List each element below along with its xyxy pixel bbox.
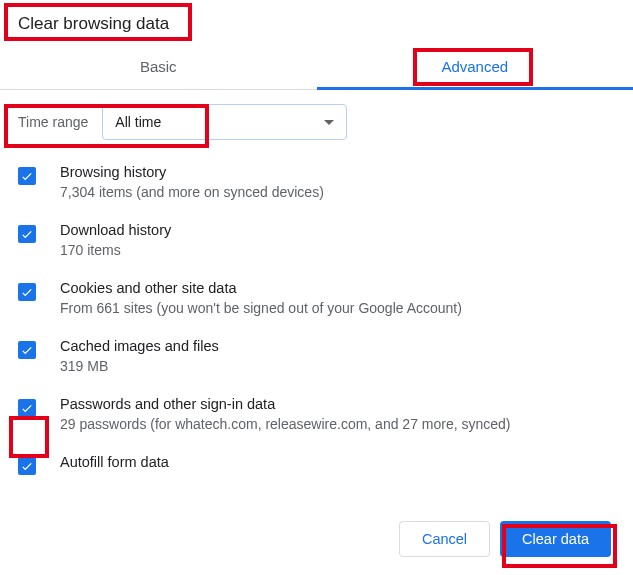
checkbox-cookies[interactable] xyxy=(18,283,36,301)
dialog-title: Clear browsing data xyxy=(0,0,633,44)
dialog-buttons: Cancel Clear data xyxy=(0,507,633,575)
option-desc: 319 MB xyxy=(60,358,615,374)
check-icon xyxy=(20,343,34,357)
clear-data-button[interactable]: Clear data xyxy=(500,521,611,557)
option-download-history: Download history 170 items xyxy=(18,222,615,258)
time-range-value: All time xyxy=(115,114,161,130)
option-title: Autofill form data xyxy=(60,454,615,470)
option-desc: 7,304 items (and more on synced devices) xyxy=(60,184,615,200)
option-cached: Cached images and files 319 MB xyxy=(18,338,615,374)
option-browsing-history: Browsing history 7,304 items (and more o… xyxy=(18,164,615,200)
time-range-label: Time range xyxy=(18,114,88,130)
option-title: Browsing history xyxy=(60,164,615,180)
chevron-down-icon xyxy=(324,120,334,125)
option-desc: From 661 sites (you won't be signed out … xyxy=(60,300,615,316)
option-title: Download history xyxy=(60,222,615,238)
option-autofill: Autofill form data xyxy=(18,454,615,475)
tab-advanced[interactable]: Advanced xyxy=(317,44,634,89)
check-icon xyxy=(20,459,34,473)
content-area: Time range All time Browsing history 7,3… xyxy=(0,90,633,495)
option-cookies: Cookies and other site data From 661 sit… xyxy=(18,280,615,316)
time-range-select[interactable]: All time xyxy=(102,104,347,140)
time-range-row: Time range All time xyxy=(18,104,615,140)
checkbox-cached[interactable] xyxy=(18,341,36,359)
check-icon xyxy=(20,169,34,183)
checkbox-browsing-history[interactable] xyxy=(18,167,36,185)
checkbox-autofill[interactable] xyxy=(18,457,36,475)
option-title: Cookies and other site data xyxy=(60,280,615,296)
option-desc: 170 items xyxy=(60,242,615,258)
option-passwords: Passwords and other sign-in data 29 pass… xyxy=(18,396,615,432)
option-title: Passwords and other sign-in data xyxy=(60,396,615,412)
cancel-button[interactable]: Cancel xyxy=(399,521,490,557)
checkbox-passwords[interactable] xyxy=(18,399,36,417)
checkbox-download-history[interactable] xyxy=(18,225,36,243)
check-icon xyxy=(20,227,34,241)
check-icon xyxy=(20,285,34,299)
tab-basic[interactable]: Basic xyxy=(0,44,317,89)
option-desc: 29 passwords (for whatech.com, releasewi… xyxy=(60,416,615,432)
option-title: Cached images and files xyxy=(60,338,615,354)
tabs: Basic Advanced xyxy=(0,44,633,90)
check-icon xyxy=(20,401,34,415)
